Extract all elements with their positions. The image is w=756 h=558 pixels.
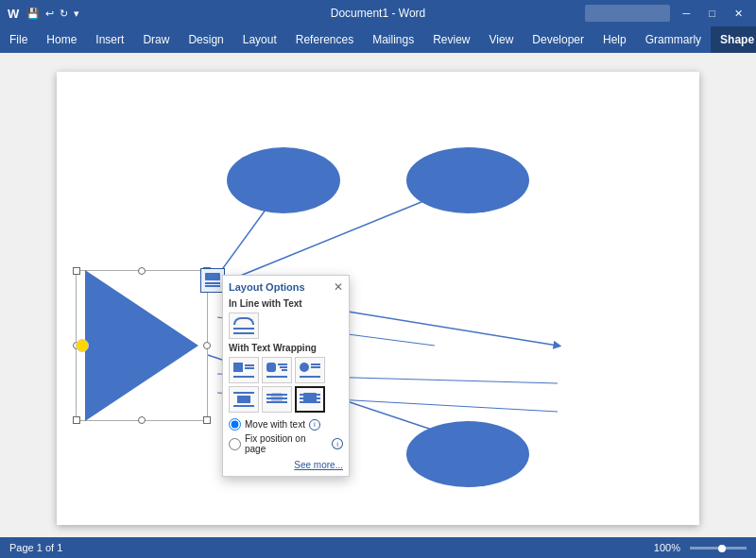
menu-layout[interactable]: Layout bbox=[233, 26, 286, 53]
menu-draw[interactable]: Draw bbox=[133, 26, 179, 53]
menu-mailings[interactable]: Mailings bbox=[363, 26, 423, 53]
popup-title: Layout Options bbox=[229, 281, 305, 293]
fix-info-icon[interactable]: i bbox=[332, 438, 343, 449]
ellipse-top-left[interactable] bbox=[227, 147, 340, 213]
wrap-topbottom-icon[interactable] bbox=[229, 386, 259, 413]
handle-mr[interactable] bbox=[203, 342, 211, 349]
svg-rect-7 bbox=[205, 273, 220, 280]
section2-label: With Text Wrapping bbox=[229, 343, 343, 353]
inline-icons-row bbox=[229, 313, 343, 339]
quick-access: 💾 ↩ ↻ ▾ bbox=[26, 8, 79, 20]
line1 bbox=[233, 328, 254, 330]
document-title: Document1 - Word bbox=[331, 7, 425, 20]
menu-references[interactable]: References bbox=[286, 26, 363, 53]
ellipse-bottom-right[interactable] bbox=[406, 421, 529, 487]
menu-view[interactable]: View bbox=[480, 26, 524, 53]
layout-icon bbox=[204, 272, 221, 289]
wrap-infront-graphic bbox=[300, 392, 320, 407]
through-line3 bbox=[300, 376, 320, 378]
ellipse-top-right[interactable] bbox=[406, 147, 529, 213]
minimize-btn[interactable]: ─ bbox=[678, 6, 696, 21]
zoom-slider[interactable] bbox=[690, 547, 747, 550]
status-bar: Page 1 of 1 100% bbox=[0, 537, 756, 558]
tb-shape bbox=[237, 396, 250, 403]
triangle-shape[interactable] bbox=[85, 270, 198, 421]
inline-text-icon[interactable] bbox=[229, 313, 259, 339]
word-icon: W bbox=[8, 7, 19, 21]
zoom-level: 100% bbox=[654, 542, 680, 553]
wrap-through-icon[interactable] bbox=[295, 357, 325, 383]
menu-bar: File Home Insert Draw Design Layout Refe… bbox=[0, 26, 756, 53]
redo-btn[interactable]: ↻ bbox=[60, 8, 68, 20]
close-btn[interactable]: ✕ bbox=[729, 6, 748, 22]
layout-options-popup: Layout Options ✕ In Line with Text With … bbox=[222, 275, 350, 477]
handle-br[interactable] bbox=[203, 416, 211, 424]
position-options: Move with text i Fix position on page i bbox=[229, 418, 343, 454]
title-bar-left: W 💾 ↩ ↻ ▾ bbox=[8, 7, 79, 21]
arc-icon bbox=[233, 317, 254, 325]
move-info-icon[interactable]: i bbox=[309, 419, 320, 431]
through-shape bbox=[300, 363, 309, 372]
zoom-thumb[interactable] bbox=[718, 545, 726, 552]
selected-shape-wrapper[interactable] bbox=[76, 270, 208, 421]
move-with-text-label: Move with text bbox=[245, 419, 305, 430]
customize-btn[interactable]: ▾ bbox=[74, 8, 79, 20]
handle-bl[interactable] bbox=[73, 416, 80, 424]
sq-line3 bbox=[233, 376, 254, 378]
wrap-topbottom-graphic bbox=[233, 392, 254, 407]
save-btn[interactable]: 💾 bbox=[26, 8, 40, 20]
document-page: Layout Options ✕ In Line with Text With … bbox=[57, 72, 699, 525]
tight-line3 bbox=[282, 369, 287, 371]
page-info: Page 1 of 1 bbox=[9, 542, 62, 553]
status-right: 100% bbox=[654, 542, 747, 553]
lines-icon bbox=[233, 327, 254, 334]
through-line2 bbox=[311, 366, 320, 368]
menu-file[interactable]: File bbox=[0, 26, 37, 53]
svg-rect-8 bbox=[205, 282, 220, 284]
menu-home[interactable]: Home bbox=[37, 26, 86, 53]
wrap-infront-icon[interactable] bbox=[295, 386, 325, 413]
yellow-handle[interactable] bbox=[76, 339, 89, 352]
svg-rect-9 bbox=[205, 285, 220, 287]
title-bar: W 💾 ↩ ↻ ▾ Document1 - Word ─ □ ✕ bbox=[0, 0, 756, 26]
move-with-text-option[interactable]: Move with text i bbox=[229, 418, 343, 431]
tight-line2 bbox=[280, 366, 287, 368]
wrap-tight-graphic bbox=[266, 363, 287, 378]
bh-shape bbox=[271, 393, 283, 402]
menu-insert[interactable]: Insert bbox=[86, 26, 133, 53]
sq-line1 bbox=[245, 364, 254, 366]
user-profile[interactable] bbox=[585, 5, 670, 22]
section1-label: In Line with Text bbox=[229, 298, 343, 309]
move-with-text-radio[interactable] bbox=[229, 418, 241, 431]
through-line1 bbox=[311, 364, 320, 365]
fix-position-option[interactable]: Fix position on page i bbox=[229, 433, 343, 454]
wrap-behind-graphic bbox=[266, 392, 287, 407]
menu-grammarly[interactable]: Grammarly bbox=[636, 26, 711, 53]
document-area: Layout Options ✕ In Line with Text With … bbox=[0, 53, 756, 537]
menu-design[interactable]: Design bbox=[179, 26, 232, 53]
wrap-square-icon[interactable] bbox=[229, 357, 259, 383]
menu-review[interactable]: Review bbox=[423, 26, 479, 53]
tight-shape bbox=[266, 363, 276, 372]
menu-help[interactable]: Help bbox=[593, 26, 636, 53]
wrap-behind-icon[interactable] bbox=[262, 386, 292, 413]
fix-position-radio[interactable] bbox=[229, 438, 241, 450]
fix-position-label: Fix position on page bbox=[245, 433, 328, 454]
wrap-square-graphic bbox=[233, 363, 254, 378]
wrapping-icons-row1 bbox=[229, 357, 343, 383]
title-bar-controls: ─ □ ✕ bbox=[585, 5, 748, 22]
popup-header: Layout Options ✕ bbox=[229, 281, 343, 293]
menu-developer[interactable]: Developer bbox=[523, 26, 593, 53]
wrap-tight-icon[interactable] bbox=[262, 357, 292, 383]
popup-close-btn[interactable]: ✕ bbox=[334, 281, 343, 293]
tb-bottom bbox=[233, 405, 254, 407]
wrap-through-graphic bbox=[300, 363, 320, 378]
maximize-btn[interactable]: □ bbox=[703, 6, 721, 21]
handle-tl[interactable] bbox=[73, 267, 80, 275]
if-shape bbox=[303, 393, 317, 402]
see-more-link[interactable]: See more... bbox=[229, 460, 343, 470]
undo-btn[interactable]: ↩ bbox=[45, 8, 54, 20]
sq-line2 bbox=[245, 367, 254, 369]
menu-shape-format[interactable]: Shape Format bbox=[711, 26, 756, 53]
wrapping-icons-row2 bbox=[229, 386, 343, 413]
